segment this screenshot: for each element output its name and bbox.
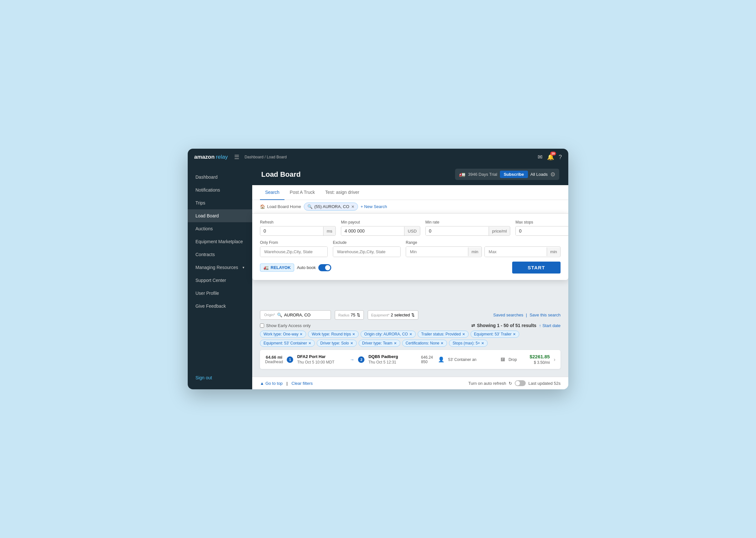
early-access-input[interactable] — [260, 324, 264, 328]
go-to-top-button[interactable]: ▲ Go to top — [260, 381, 283, 386]
autobook-label: Auto book — [297, 265, 316, 270]
tab-search[interactable]: Search — [260, 185, 285, 200]
chevron-down-icon: ▾ — [243, 265, 244, 270]
stop1: DFA2 Port Har Thu Oct 5 10:00 MDT — [297, 354, 346, 365]
radius-select[interactable]: Radius 75 ⇅ — [335, 310, 364, 320]
autobook-toggle[interactable] — [318, 264, 331, 271]
load-row[interactable]: 64.66 mi Deadhead 1 DFA2 Port Har Thu Oc… — [260, 350, 561, 369]
sidebar-item-support-center[interactable]: Support Center — [188, 274, 252, 287]
sidebar-item-managing-resources[interactable]: Managing Resources ▾ — [188, 261, 252, 274]
settings-icon[interactable]: ⚙ — [550, 171, 555, 178]
range-inputs: min min — [406, 246, 561, 257]
sidebar-item-contracts[interactable]: Contracts — [188, 248, 252, 261]
remove-chip-driver-solo[interactable]: ✕ — [350, 341, 353, 346]
min-rate-input-wrap: price/ml — [425, 226, 511, 236]
remove-chip-work-round-trips[interactable]: ✕ — [352, 332, 355, 336]
chevron-right-icon[interactable]: › — [554, 357, 555, 362]
filter-chips: Work type: One-way ✕ Work type: Round tr… — [260, 331, 561, 347]
home-icon: 🏠 — [260, 204, 265, 209]
equipment-value: 2 selected — [391, 312, 410, 317]
exclude-input[interactable] — [333, 247, 400, 257]
sidebar: Dashboard Notifications Trips Load Board… — [188, 165, 252, 389]
remove-chip-work-one-way[interactable]: ✕ — [299, 332, 302, 336]
sidebar-item-sign-out[interactable]: Sign out — [188, 371, 252, 384]
saved-searches-btn[interactable]: Saved searches — [493, 312, 523, 317]
load-board-home-btn[interactable]: 🏠 Load Board Home — [260, 204, 301, 209]
min-rate-label: Min rate — [425, 220, 511, 225]
logo-relay: relay — [216, 154, 228, 160]
sidebar-item-give-feedback[interactable]: Give Feedback — [188, 299, 252, 312]
range-max-input[interactable] — [485, 247, 547, 257]
filter-group-exclude: Exclude — [333, 240, 401, 257]
route-arrow-icon: → — [350, 357, 354, 362]
truck-icon: 🚛 — [459, 171, 465, 177]
filter-row-1: Refresh ms Min payout USD — [260, 220, 561, 236]
clear-filters-button[interactable]: Clear filters — [292, 381, 313, 386]
logo-amazon: amazon — [194, 154, 214, 160]
max-stops-label: Max stops — [515, 220, 568, 225]
remove-chip-stops-max[interactable]: ✕ — [481, 341, 484, 346]
breadcrumb: Dashboard / Load Board — [244, 155, 538, 159]
min-payout-input[interactable] — [341, 226, 404, 236]
notification-badge: 29 — [550, 152, 556, 155]
sidebar-item-auctions[interactable]: Auctions — [188, 222, 252, 235]
only-from-input[interactable] — [260, 247, 327, 257]
relayok-section: 🚛 RELAYOK Auto book — [260, 263, 331, 272]
origin-input-group: Origin* 🔍 AURORA, CO — [260, 310, 331, 320]
remove-chip-equipment-trailer[interactable]: ✕ — [513, 332, 516, 336]
close-icon[interactable]: ✕ — [351, 204, 354, 209]
bottom-bar: ▲ Go to top | Clear filters Turn on auto… — [252, 377, 568, 389]
menu-icon[interactable]: ☰ — [234, 153, 239, 161]
remove-chip-certifications-none[interactable]: ✕ — [441, 341, 444, 346]
save-this-search-btn[interactable]: Save this search — [530, 312, 561, 317]
search-icon: 🔍 — [307, 204, 312, 209]
stop2: DQB5 Padberg Thu Oct 5 12:31 — [368, 354, 417, 365]
start-button[interactable]: START — [512, 262, 561, 274]
chip-equipment-container: Equipment: 53' Container ✕ — [260, 340, 315, 347]
remove-chip-driver-team[interactable]: ✕ — [394, 341, 397, 346]
remove-chip-trailer-provided[interactable]: ✕ — [462, 332, 465, 336]
start-date-sort[interactable]: ↑ Start date — [539, 323, 561, 328]
app-header: amazon relay ☰ Dashboard / Load Board ✉ … — [188, 149, 568, 165]
deadhead-mi: 64.66 mi Deadhead — [265, 355, 283, 364]
sidebar-item-user-profile[interactable]: User Profile — [188, 287, 252, 299]
sidebar-item-notifications[interactable]: Notifications — [188, 184, 252, 196]
max-stops-input[interactable] — [516, 226, 568, 236]
load-price: $2261.85 $ 3.50/mi — [521, 354, 550, 365]
refresh-input[interactable] — [260, 226, 323, 236]
filter-group-refresh: Refresh ms — [260, 220, 336, 236]
equipment-select[interactable]: Equipment* 2 selected ⇅ — [368, 310, 418, 320]
tab-test-assign[interactable]: Test: asign driver — [320, 185, 364, 200]
radius-label: Radius — [338, 313, 349, 317]
range-min-input[interactable] — [406, 247, 468, 257]
bell-icon[interactable]: 🔔 29 — [547, 153, 554, 161]
auto-refresh-toggle[interactable] — [515, 380, 526, 386]
tab-post-a-truck[interactable]: Post A Truck — [285, 185, 320, 200]
refresh-icon[interactable]: ↻ — [509, 381, 512, 386]
filter-group-min-payout: Min payout USD — [341, 220, 420, 236]
filter-group-max-stops: Max stops Times — [515, 220, 568, 236]
sidebar-item-dashboard[interactable]: Dashboard — [188, 171, 252, 184]
tabs-bar: Search Post A Truck Test: asign driver — [252, 185, 568, 200]
filter-bottom-row: 🚛 RELAYOK Auto book START — [260, 262, 561, 274]
min-rate-input[interactable] — [426, 226, 489, 236]
remove-chip-origin-aurora[interactable]: ✕ — [409, 332, 412, 336]
all-loads-button[interactable]: All Loads — [530, 172, 548, 177]
help-icon[interactable]: ? — [559, 154, 562, 161]
load-equipment-type: 53' Container an — [448, 357, 497, 362]
trial-days-text: 3946 Days Trial — [468, 172, 497, 177]
radius-value: 75 — [351, 312, 355, 317]
remove-chip-equipment-container[interactable]: ✕ — [308, 341, 311, 346]
refresh-input-wrap: ms — [260, 226, 336, 236]
early-access-checkbox[interactable]: Show Early Access only — [260, 323, 311, 328]
chip-work-round-trips: Work type: Round trips ✕ — [308, 331, 359, 338]
new-search-button[interactable]: + New Search — [360, 204, 387, 209]
sidebar-item-trips[interactable]: Trips — [188, 196, 252, 209]
origin-label: Origin* — [264, 313, 275, 317]
filter-group-range: Range min min — [406, 240, 561, 257]
sidebar-item-load-board[interactable]: Load Board — [188, 209, 252, 222]
subscribe-button[interactable]: Subscribe — [500, 171, 528, 178]
sidebar-item-equipment-marketplace[interactable]: Equipment Marketplace — [188, 235, 252, 248]
mail-icon[interactable]: ✉ — [538, 153, 543, 161]
content-header: Load Board 🚛 3946 Days Trial Subscribe A… — [252, 165, 568, 185]
